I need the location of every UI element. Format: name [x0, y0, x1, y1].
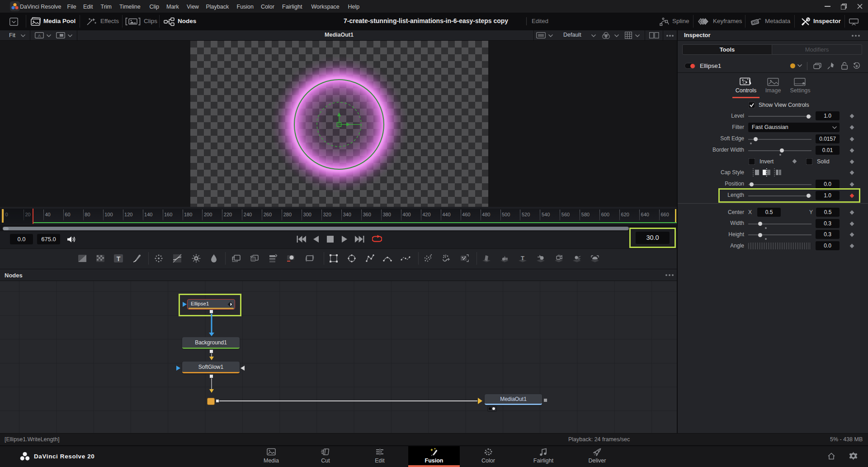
svg-text:T: T	[521, 255, 524, 262]
svg-text:T: T	[117, 255, 121, 262]
svg-text:A: A	[38, 33, 41, 38]
